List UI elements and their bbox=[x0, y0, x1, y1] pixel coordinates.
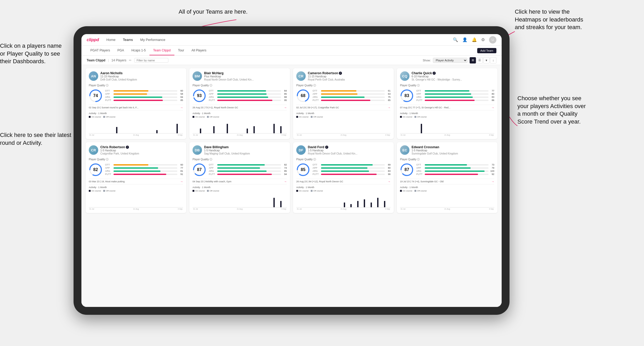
quality-label: Player Quality ⓘ bbox=[296, 84, 391, 87]
activity-section: Activity · 1 Month On course Off course bbox=[193, 112, 287, 136]
activity-label: Activity · 1 Month bbox=[89, 186, 183, 189]
activity-label: Activity · 1 Month bbox=[400, 112, 494, 115]
quality-circle[interactable]: 87 bbox=[193, 163, 206, 177]
player-name[interactable]: Dave Billingham bbox=[204, 145, 287, 149]
tab-team-clippd[interactable]: Team Clippd bbox=[149, 46, 174, 55]
player-name[interactable]: Edward Crossman bbox=[412, 145, 494, 149]
tab-hcaps[interactable]: Hcaps 1-5 bbox=[128, 46, 149, 55]
stat-row: APP 85 bbox=[209, 93, 287, 95]
grid-view-btn[interactable]: ⊞ bbox=[470, 57, 476, 63]
quality-circle[interactable]: 82 bbox=[89, 163, 102, 177]
stat-bar-bg bbox=[321, 100, 385, 101]
player-name[interactable]: David Ford ✓ bbox=[308, 145, 391, 149]
recent-round[interactable]: 26 Aug 23 | 73 (+1), Royal North Devon G… bbox=[193, 105, 287, 110]
chart-area bbox=[296, 119, 391, 134]
brand-logo[interactable]: clippd bbox=[87, 38, 99, 42]
stats-list: OTT 73 APP 79 ARG 103 P bbox=[416, 163, 494, 176]
chart-label-end: 4 Sep bbox=[178, 134, 183, 136]
tab-pga[interactable]: PGA bbox=[114, 46, 128, 55]
quality-section: 93 OTT 84 APP 85 ARG bbox=[193, 89, 287, 103]
stat-bar-bg bbox=[217, 97, 281, 98]
chart-bar-on bbox=[280, 126, 282, 133]
player-club: Royal North Devon Golf Club, United Kin.… bbox=[308, 152, 391, 155]
nav-teams[interactable]: Teams bbox=[123, 38, 133, 42]
nav-performance[interactable]: My Performance bbox=[140, 38, 165, 42]
player-handicap: 1-5 Handicap bbox=[412, 149, 494, 152]
activity-label: Activity · 1 Month bbox=[296, 186, 391, 189]
legend-dot-off bbox=[311, 116, 313, 118]
stat-value: 89 bbox=[386, 163, 391, 166]
legend-off-course: Off course bbox=[311, 116, 323, 118]
bell-icon[interactable]: 🔔 bbox=[472, 37, 477, 42]
edit-icon[interactable]: ✏ bbox=[129, 58, 132, 62]
stat-row: PUTT 96 bbox=[313, 173, 391, 175]
stat-name: OTT bbox=[313, 89, 320, 92]
chart-label-start: 31 Jul bbox=[193, 134, 198, 136]
stat-bar-bg bbox=[217, 100, 281, 101]
recent-round[interactable]: 02 Sep 23 | Sunset round to get back int… bbox=[89, 105, 183, 110]
legend-off-course: Off course bbox=[311, 190, 323, 192]
recent-round[interactable]: 26 Aug 23 | 84 (+12), Royal North Devon … bbox=[296, 179, 391, 184]
player-name[interactable]: Cameron Robertson ✓ bbox=[308, 71, 391, 75]
quality-label: Player Quality ⓘ bbox=[193, 158, 287, 161]
player-name[interactable]: Aaron Nicholls bbox=[100, 71, 183, 75]
tab-pgat-players[interactable]: PGAT Players bbox=[87, 46, 114, 55]
chart-label-end: 4 Sep bbox=[489, 134, 494, 136]
quality-circle[interactable]: 68 bbox=[296, 89, 310, 103]
player-club: Sag Maging Golf Club, United Kingdom bbox=[204, 152, 287, 155]
quality-circle[interactable]: 83 bbox=[400, 89, 414, 103]
stats-list: OTT 77 APP 80 ARG 83 PU bbox=[416, 89, 494, 102]
teambar: Team Clippd | 14 Players ✏ Show: Player … bbox=[81, 56, 502, 65]
recent-round[interactable]: 02 Jul 23 | 59 (+17), Craigmillar Park G… bbox=[296, 105, 391, 110]
stat-bar-bg bbox=[321, 90, 385, 92]
search-icon[interactable]: 🔍 bbox=[453, 37, 458, 42]
chart-bar-on bbox=[357, 201, 359, 207]
stat-bar-bg bbox=[113, 171, 177, 172]
chart-labels: 31 Jul 21 Aug 4 Sep bbox=[296, 207, 391, 210]
recent-round[interactable]: 03 Mar 23 | 19, Must make putting → bbox=[89, 179, 183, 184]
quality-circle[interactable]: 93 bbox=[193, 89, 206, 103]
player-name[interactable]: Charlie Quick ✓ bbox=[412, 71, 494, 75]
sort-btn[interactable]: ↕ bbox=[490, 57, 496, 63]
activity-legend: On course Off course bbox=[193, 116, 287, 118]
chart-label-start: 31 Jul bbox=[401, 208, 406, 210]
verified-badge: ✓ bbox=[433, 72, 436, 75]
filter-btn[interactable]: ▼ bbox=[483, 57, 490, 63]
recent-round[interactable]: 07 Aug 23 | 77 (+7), St George's Hill GC… bbox=[400, 105, 494, 110]
add-team-button[interactable]: Add Team bbox=[477, 48, 496, 53]
chart-bar-group bbox=[344, 203, 350, 207]
list-view-btn[interactable]: ☰ bbox=[476, 57, 483, 63]
stat-row: ARG 88 bbox=[209, 96, 287, 98]
chart-bar-group bbox=[357, 201, 363, 207]
stat-name: ARG bbox=[209, 170, 216, 172]
player-club: Sunningdale Golf Club, United Kingdom bbox=[412, 152, 494, 155]
player-name[interactable]: Chris Robertson ✓ bbox=[100, 145, 183, 149]
tab-all-players[interactable]: All Players bbox=[188, 46, 210, 55]
person-icon[interactable]: 👤 bbox=[462, 37, 468, 42]
quality-section: 85 OTT 89 APP 80 ARG bbox=[296, 163, 391, 177]
tab-tour[interactable]: Tour bbox=[174, 46, 188, 55]
avatar[interactable]: U bbox=[489, 36, 496, 44]
quality-circle[interactable]: 85 bbox=[296, 163, 310, 177]
quality-circle[interactable]: 87 bbox=[400, 163, 414, 177]
recent-round[interactable]: 19 Jul 23 | 74 (+4), Sunningdale GC - Ol… bbox=[400, 179, 494, 184]
legend-on-course: On course bbox=[193, 116, 205, 118]
stat-bar-bg bbox=[217, 164, 281, 166]
recent-round[interactable]: 04 Sep 23 | Mobility with coach, Gym → bbox=[193, 179, 287, 184]
player-name[interactable]: Blair McHarg bbox=[204, 71, 287, 75]
chart-bar-on bbox=[200, 129, 201, 133]
stat-value: 94 bbox=[282, 173, 287, 175]
stat-bar-fill bbox=[113, 174, 166, 175]
stat-bar-fill bbox=[321, 93, 357, 95]
chart-bar-group bbox=[247, 129, 253, 133]
settings-icon[interactable]: ⚙ bbox=[481, 37, 485, 42]
quality-circle[interactable]: 74 bbox=[89, 89, 102, 103]
chart-label-mid: 21 Aug bbox=[341, 208, 346, 210]
round-arrow: → bbox=[491, 180, 494, 183]
quality-label: Player Quality ⓘ bbox=[89, 84, 183, 87]
stat-value: 80 bbox=[490, 93, 494, 95]
filter-input[interactable] bbox=[134, 58, 168, 63]
show-select[interactable]: Player Activity Quality Score Trend bbox=[433, 58, 468, 63]
quality-label: Player Quality ⓘ bbox=[89, 158, 183, 161]
nav-home[interactable]: Home bbox=[106, 38, 116, 42]
